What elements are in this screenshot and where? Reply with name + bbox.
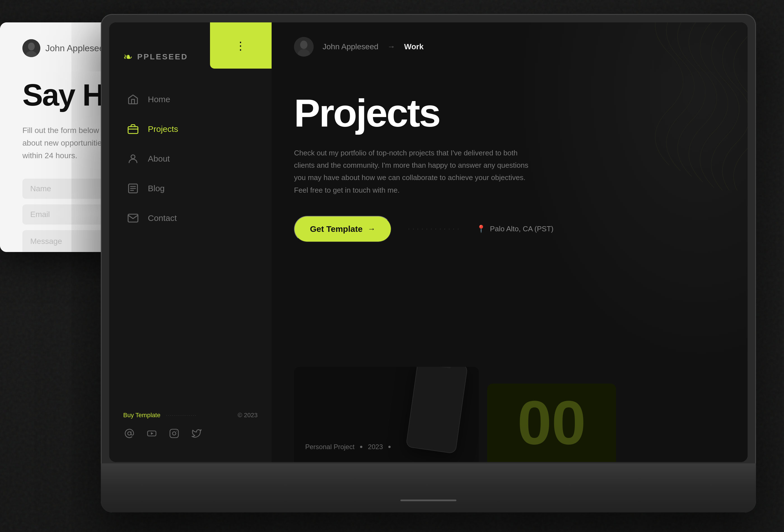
copyright-year: © 2023 xyxy=(238,412,258,419)
svg-point-5 xyxy=(131,155,135,159)
topbar-user-name: John Appleseed xyxy=(323,42,378,51)
laptop-screen: ⋮ ❧ PPLESEED Home xyxy=(109,22,748,462)
project-meta-dot xyxy=(360,446,362,448)
projects-description: Check out my portfolio of top-notch proj… xyxy=(294,147,535,196)
back-user-name: John Appleseed xyxy=(45,43,109,54)
sidebar-about-label: About xyxy=(148,154,170,164)
button-arrow-icon: → xyxy=(368,225,375,233)
sidebar-highlight-block: ⋮ xyxy=(210,22,272,68)
phone-mockup xyxy=(406,367,468,454)
get-template-button[interactable]: Get Template → xyxy=(294,216,391,242)
briefcase-icon xyxy=(126,122,140,136)
mail-icon xyxy=(126,211,140,225)
project-cards-row: Personal Project 2023 00 xyxy=(294,358,748,462)
svg-marker-13 xyxy=(151,432,153,435)
project-year: 2023 xyxy=(368,443,383,451)
home-icon xyxy=(126,92,140,106)
sidebar-blog-label: Blog xyxy=(148,184,165,193)
lime-decorative-text: 00 xyxy=(517,392,586,454)
sidebar-item-about[interactable]: About xyxy=(118,145,263,172)
buy-template-label[interactable]: Buy Template xyxy=(123,412,161,419)
topbar-avatar xyxy=(294,37,314,57)
location-text: Palo Alto, CA (PST) xyxy=(490,225,554,233)
twitter-icon[interactable] xyxy=(190,427,203,440)
svg-point-15 xyxy=(172,432,176,435)
svg-point-11 xyxy=(128,432,131,435)
sidebar-contact-label: Contact xyxy=(148,213,177,223)
sidebar-home-label: Home xyxy=(148,95,170,104)
user-icon xyxy=(126,152,140,166)
sidebar-item-home[interactable]: Home xyxy=(118,86,263,113)
projects-page-title: Projects xyxy=(294,93,725,133)
location-separator: · · · · · · · · · · · · xyxy=(408,226,460,232)
svg-point-16 xyxy=(176,431,177,431)
sidebar-footer: Buy Template ················ © 2023 xyxy=(109,403,272,448)
social-icons-row xyxy=(123,427,258,440)
laptop-base xyxy=(101,464,756,512)
location-info: 📍 Palo Alto, CA (PST) xyxy=(477,225,554,233)
svg-rect-14 xyxy=(170,429,178,438)
instagram-icon[interactable] xyxy=(168,427,180,440)
logo-leaf-icon: ❧ xyxy=(123,50,133,63)
main-hero: Projects Check out my portfolio of top-n… xyxy=(272,71,748,259)
main-content: John Appleseed → Work Projects Check out… xyxy=(272,22,748,462)
logo-text: PPLESEED xyxy=(137,52,188,61)
buy-template-row: Buy Template ················ © 2023 xyxy=(123,412,258,419)
buy-separator: ················ xyxy=(166,413,232,418)
project-meta-dot2 xyxy=(388,446,391,448)
front-device: ⋮ ❧ PPLESEED Home xyxy=(101,14,756,512)
main-topbar: John Appleseed → Work xyxy=(272,22,748,71)
project-meta-row: Personal Project 2023 xyxy=(305,443,391,451)
svg-point-1 xyxy=(28,43,35,50)
sidebar-menu-dots[interactable]: ⋮ xyxy=(235,42,247,49)
project-type: Personal Project xyxy=(305,443,355,451)
sidebar: ⋮ ❧ PPLESEED Home xyxy=(109,22,272,462)
svg-rect-3 xyxy=(128,127,138,134)
cta-row: Get Template → · · · · · · · · · · · · 📍… xyxy=(294,216,725,242)
topbar-nav-arrow: → xyxy=(387,42,395,51)
youtube-icon[interactable] xyxy=(146,427,158,440)
book-icon xyxy=(126,181,140,195)
topbar-page-label: Work xyxy=(404,42,424,51)
sidebar-item-blog[interactable]: Blog xyxy=(118,175,263,202)
lime-accent-card: 00 xyxy=(487,384,616,462)
project-card-main[interactable]: Personal Project 2023 xyxy=(294,367,479,462)
sidebar-nav: Home Projects xyxy=(109,86,272,403)
svg-point-18 xyxy=(300,40,307,49)
back-avatar xyxy=(22,39,40,57)
sidebar-item-contact[interactable]: Contact xyxy=(118,204,263,232)
location-pin-icon: 📍 xyxy=(477,225,485,233)
project-card-meta: Personal Project 2023 xyxy=(305,443,391,451)
sidebar-projects-label: Projects xyxy=(148,124,178,134)
sidebar-item-projects[interactable]: Projects xyxy=(118,115,263,143)
at-icon[interactable] xyxy=(123,427,136,440)
